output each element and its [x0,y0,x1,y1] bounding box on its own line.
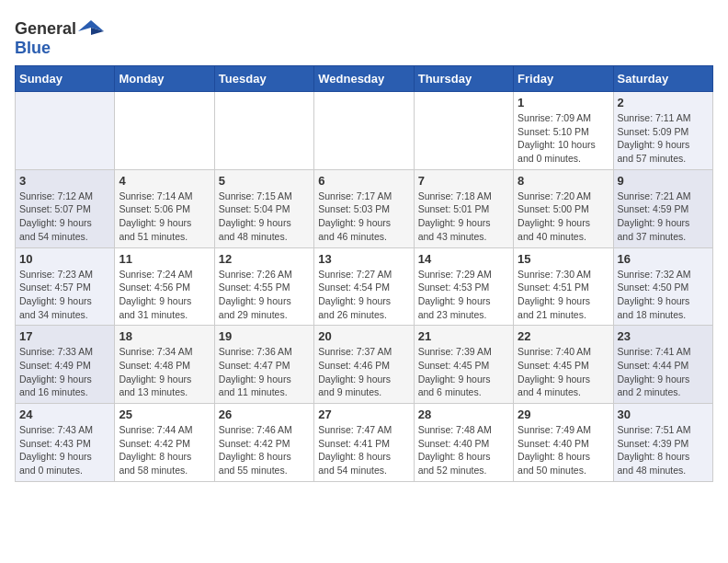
day-number: 22 [518,329,609,343]
day-number: 19 [219,329,310,343]
day-number: 24 [19,408,110,421]
calendar-cell: 28Sunrise: 7:48 AMSunset: 4:40 PMDayligh… [414,404,513,482]
day-number: 20 [318,329,409,343]
day-info: Sunrise: 7:17 AMSunset: 5:03 PMDaylight:… [318,190,409,244]
weekday-header-friday: Friday [514,66,613,92]
day-number: 1 [518,96,609,109]
weekday-header-monday: Monday [115,66,214,92]
calendar-cell: 4Sunrise: 7:14 AMSunset: 5:06 PMDaylight… [115,169,214,247]
calendar-week-2: 3Sunrise: 7:12 AMSunset: 5:07 PMDaylight… [16,169,713,247]
day-number: 4 [119,174,210,188]
calendar-cell: 17Sunrise: 7:33 AMSunset: 4:49 PMDayligh… [16,326,115,404]
calendar-week-3: 10Sunrise: 7:23 AMSunset: 4:57 PMDayligh… [16,247,713,326]
calendar-cell: 7Sunrise: 7:18 AMSunset: 5:01 PMDaylight… [414,169,513,247]
day-info: Sunrise: 7:29 AMSunset: 4:53 PMDaylight:… [418,268,509,322]
day-info: Sunrise: 7:33 AMSunset: 4:49 PMDaylight:… [19,345,110,399]
day-info: Sunrise: 7:44 AMSunset: 4:42 PMDaylight:… [119,423,210,477]
logo-bird-icon [78,18,104,39]
calendar-cell: 24Sunrise: 7:43 AMSunset: 4:43 PMDayligh… [16,404,115,482]
calendar-cell: 15Sunrise: 7:30 AMSunset: 4:51 PMDayligh… [514,247,613,326]
day-info: Sunrise: 7:36 AMSunset: 4:47 PMDaylight:… [219,345,310,399]
day-info: Sunrise: 7:37 AMSunset: 4:46 PMDaylight:… [318,345,409,399]
calendar-cell: 14Sunrise: 7:29 AMSunset: 4:53 PMDayligh… [414,247,513,326]
day-number: 5 [219,174,310,188]
day-number: 6 [318,174,409,188]
calendar-cell: 10Sunrise: 7:23 AMSunset: 4:57 PMDayligh… [16,247,115,326]
weekday-header-saturday: Saturday [613,66,712,92]
day-number: 30 [618,408,709,421]
day-info: Sunrise: 7:30 AMSunset: 4:51 PMDaylight:… [518,268,609,322]
day-info: Sunrise: 7:39 AMSunset: 4:45 PMDaylight:… [418,345,509,399]
day-number: 11 [119,252,210,266]
logo-blue-text: Blue [15,39,51,57]
calendar-cell: 3Sunrise: 7:12 AMSunset: 5:07 PMDaylight… [16,169,115,247]
day-number: 12 [219,252,310,266]
calendar-header: SundayMondayTuesdayWednesdayThursdayFrid… [16,66,713,92]
calendar-cell [314,92,414,170]
day-number: 23 [618,329,709,343]
day-number: 17 [19,329,110,343]
weekday-header-row: SundayMondayTuesdayWednesdayThursdayFrid… [16,66,713,92]
day-number: 10 [19,252,110,266]
day-number: 7 [418,174,509,188]
calendar-cell: 5Sunrise: 7:15 AMSunset: 5:04 PMDaylight… [214,169,313,247]
weekday-header-wednesday: Wednesday [314,66,414,92]
day-number: 29 [518,408,609,421]
weekday-header-tuesday: Tuesday [214,66,313,92]
logo-general-text: General [15,19,76,39]
day-info: Sunrise: 7:41 AMSunset: 4:44 PMDaylight:… [618,345,709,399]
calendar-cell: 18Sunrise: 7:34 AMSunset: 4:48 PMDayligh… [115,326,214,404]
calendar-cell: 29Sunrise: 7:49 AMSunset: 4:40 PMDayligh… [514,404,613,482]
calendar-cell: 11Sunrise: 7:24 AMSunset: 4:56 PMDayligh… [115,247,214,326]
logo: General Blue [15,15,104,58]
calendar-week-1: 1Sunrise: 7:09 AMSunset: 5:10 PMDaylight… [16,92,713,170]
calendar-cell: 1Sunrise: 7:09 AMSunset: 5:10 PMDaylight… [514,92,613,170]
day-number: 15 [518,252,609,266]
calendar-cell: 20Sunrise: 7:37 AMSunset: 4:46 PMDayligh… [314,326,414,404]
calendar-table: SundayMondayTuesdayWednesdayThursdayFrid… [15,65,713,482]
day-info: Sunrise: 7:24 AMSunset: 4:56 PMDaylight:… [119,268,210,322]
day-info: Sunrise: 7:48 AMSunset: 4:40 PMDaylight:… [418,423,509,477]
day-info: Sunrise: 7:51 AMSunset: 4:39 PMDaylight:… [618,423,709,477]
day-info: Sunrise: 7:21 AMSunset: 4:59 PMDaylight:… [618,190,709,244]
page-header: General Blue [15,15,713,58]
day-info: Sunrise: 7:18 AMSunset: 5:01 PMDaylight:… [418,190,509,244]
day-number: 8 [518,174,609,188]
day-number: 25 [119,408,210,421]
calendar-cell: 2Sunrise: 7:11 AMSunset: 5:09 PMDaylight… [613,92,712,170]
day-info: Sunrise: 7:12 AMSunset: 5:07 PMDaylight:… [19,190,110,244]
calendar-body: 1Sunrise: 7:09 AMSunset: 5:10 PMDaylight… [16,92,713,482]
calendar-cell: 27Sunrise: 7:47 AMSunset: 4:41 PMDayligh… [314,404,414,482]
day-number: 14 [418,252,509,266]
day-info: Sunrise: 7:23 AMSunset: 4:57 PMDaylight:… [19,268,110,322]
calendar-cell: 25Sunrise: 7:44 AMSunset: 4:42 PMDayligh… [115,404,214,482]
day-number: 18 [119,329,210,343]
calendar-week-5: 24Sunrise: 7:43 AMSunset: 4:43 PMDayligh… [16,404,713,482]
day-info: Sunrise: 7:09 AMSunset: 5:10 PMDaylight:… [518,111,609,166]
calendar-cell [115,92,214,170]
day-info: Sunrise: 7:47 AMSunset: 4:41 PMDaylight:… [318,423,409,477]
calendar-cell [16,92,115,170]
day-info: Sunrise: 7:27 AMSunset: 4:54 PMDaylight:… [318,268,409,322]
day-number: 3 [19,174,110,188]
calendar-cell: 9Sunrise: 7:21 AMSunset: 4:59 PMDaylight… [613,169,712,247]
day-number: 13 [318,252,409,266]
calendar-cell [214,92,313,170]
day-info: Sunrise: 7:11 AMSunset: 5:09 PMDaylight:… [618,111,709,166]
calendar-cell: 8Sunrise: 7:20 AMSunset: 5:00 PMDaylight… [514,169,613,247]
calendar-cell: 22Sunrise: 7:40 AMSunset: 4:45 PMDayligh… [514,326,613,404]
day-number: 16 [618,252,709,266]
calendar-cell: 23Sunrise: 7:41 AMSunset: 4:44 PMDayligh… [613,326,712,404]
day-info: Sunrise: 7:20 AMSunset: 5:00 PMDaylight:… [518,190,609,244]
calendar-cell: 6Sunrise: 7:17 AMSunset: 5:03 PMDaylight… [314,169,414,247]
day-info: Sunrise: 7:40 AMSunset: 4:45 PMDaylight:… [518,345,609,399]
day-number: 21 [418,329,509,343]
day-info: Sunrise: 7:43 AMSunset: 4:43 PMDaylight:… [19,423,110,477]
weekday-header-sunday: Sunday [16,66,115,92]
day-number: 9 [618,174,709,188]
calendar-cell: 16Sunrise: 7:32 AMSunset: 4:50 PMDayligh… [613,247,712,326]
calendar-cell: 12Sunrise: 7:26 AMSunset: 4:55 PMDayligh… [214,247,313,326]
calendar-cell: 13Sunrise: 7:27 AMSunset: 4:54 PMDayligh… [314,247,414,326]
calendar-cell: 21Sunrise: 7:39 AMSunset: 4:45 PMDayligh… [414,326,513,404]
day-number: 27 [318,408,409,421]
